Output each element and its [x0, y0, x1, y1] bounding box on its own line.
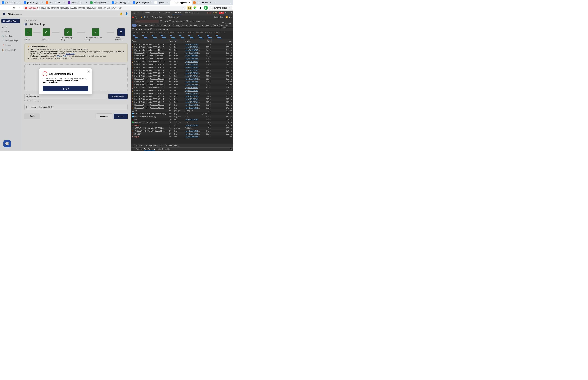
network-row[interactable]: {}b1cad7d0c057b465e8da8888cf00ebd2 200 f… — [131, 98, 233, 101]
network-row[interactable]: aab 204 preflight Preflight ⬈ 0 B 196 ms — [131, 109, 233, 112]
type-filter[interactable]: JS — [162, 24, 167, 27]
issue-badge[interactable]: ▪ 40 — [219, 12, 224, 14]
throttling-select[interactable]: No throttling — [213, 16, 223, 18]
network-row[interactable]: {}b1cad7d0c057b465e8da8888cf00ebd2 200 f… — [131, 75, 233, 77]
network-row[interactable]: ff3b29a1d67f1a2e03dcb93fb316927d.png 200… — [131, 112, 233, 115]
network-row[interactable]: {}b1cad7d0c057b465e8da8888cf00ebd2 200 f… — [131, 107, 233, 109]
browser-tab[interactable]: Ep0cH✕ — [153, 0, 170, 5]
network-row[interactable]: upload-success.3cee072a.svg 200 svg+xml … — [131, 121, 233, 124]
col-time[interactable]: Time — [212, 39, 233, 43]
drawer-console[interactable]: Console — [136, 148, 142, 150]
gear-icon[interactable]: ⚙ — [225, 12, 227, 14]
tab-close-icon[interactable]: ✕ — [209, 1, 211, 3]
drawer-close-icon[interactable]: ✕ — [231, 148, 232, 150]
inspect-icon[interactable]: ⬚ — [132, 12, 136, 14]
bookmark-icon[interactable]: ☆ — [183, 7, 184, 9]
network-row[interactable]: {}b1cad7d0c057b465e8da8888cf00ebd2 200 f… — [131, 72, 233, 75]
invert-checkbox[interactable] — [160, 20, 162, 22]
warn-badge[interactable]: ⚠ 375 — [213, 12, 218, 14]
clear-button[interactable] — [135, 16, 137, 19]
back-icon[interactable]: ← — [1, 6, 5, 10]
browser-tab[interactable]: developer.indu✕ — [89, 0, 110, 5]
tab-close-icon[interactable]: ✕ — [41, 1, 43, 3]
record-button[interactable] — [132, 17, 134, 18]
network-row[interactable]: {}b1cad7d0c057b465e8da8888cf00ebd2 200 f… — [131, 57, 233, 60]
tab-close-icon[interactable]: ✕ — [150, 1, 152, 3]
tab-close-icon[interactable]: ✕ — [85, 1, 87, 3]
blocked-req-checkbox[interactable] — [132, 28, 134, 30]
search-icon[interactable]: 🔍 — [144, 16, 146, 18]
tab-close-icon[interactable]: ✕ — [63, 1, 65, 3]
network-row[interactable]: {}1047154 200 fetch _app-678d782f00b29 8… — [131, 133, 233, 135]
network-row[interactable]: {}b1cad7d0c057b465e8da8888cf00ebd2 200 f… — [131, 69, 233, 72]
network-row[interactable]: 46750e04-d54f-496d-a33b-80a283dc4... 204… — [131, 127, 233, 130]
tab-close-icon[interactable]: ✕ — [107, 1, 109, 3]
drawer-menu-icon[interactable]: ⋮ — [132, 148, 134, 150]
extension-icon[interactable]: ▤ — [188, 6, 191, 10]
devtools-close-icon[interactable]: ✕ — [231, 12, 232, 14]
network-row[interactable]: {}b1cad7d0c057b465e8da8888cf00ebd2 200 f… — [131, 55, 233, 57]
type-filter[interactable]: Manifest — [189, 24, 198, 27]
type-filter[interactable]: Wasm — [205, 24, 212, 27]
network-row[interactable]: {}46750e04-d54f-496d-a33b-80a283dc4... 2… — [131, 130, 233, 133]
error-badge[interactable]: ⊘ 116 — [207, 12, 211, 14]
devtools-tab[interactable]: Elements — [140, 11, 152, 15]
drawer-whats-new[interactable]: What's new ✕ — [144, 148, 155, 150]
modal-close-button[interactable]: ✕ — [87, 70, 90, 73]
try-again-button[interactable]: Try again — [42, 86, 89, 91]
network-row[interactable]: ⊘ingest CO... xhr _app-678d782f00b29 0 B… — [131, 124, 233, 127]
disable-cache-checkbox[interactable] — [165, 16, 167, 18]
reload-icon[interactable]: ⟳ — [12, 6, 16, 10]
network-row[interactable]: {}b1cad7d0c057b465e8da8888cf00ebd2 200 f… — [131, 66, 233, 69]
browser-tab[interactable]: [APD-2979] Do✕ — [1, 0, 22, 5]
third-party-checkbox[interactable] — [151, 28, 152, 30]
network-row[interactable]: {}b1cad7d0c057b465e8da8888cf00ebd2 200 f… — [131, 92, 233, 95]
browser-tab[interactable]: java - A failure✕ — [192, 0, 213, 5]
type-filter[interactable]: Img — [174, 24, 180, 27]
wifi-icon[interactable]: 📶 — [226, 16, 228, 18]
network-row[interactable]: {}b1cad7d0c057b465e8da8888cf00ebd2 200 f… — [131, 52, 233, 55]
browser-tab[interactable]: [APD-2971] [Ba✕ — [22, 0, 45, 5]
tab-close-icon[interactable]: ✕ — [189, 1, 190, 3]
network-row[interactable]: ⊘ingest 400 xhr _app-678d782f00b29 0 B 2… — [131, 135, 233, 138]
blocked-cookies-checkbox[interactable] — [222, 22, 224, 24]
tabs-overflow-icon[interactable]: ⌄ — [228, 1, 233, 4]
type-filter[interactable]: Doc — [149, 24, 155, 27]
network-row[interactable]: {}b1cad7d0c057b465e8da8888cf00ebd2 200 f… — [131, 49, 233, 52]
type-filter[interactable]: CSS — [155, 24, 162, 27]
devtools-tab[interactable]: Console — [152, 11, 162, 15]
preserve-log-checkbox[interactable] — [149, 16, 151, 18]
type-filter[interactable]: WS — [199, 24, 204, 27]
network-row[interactable]: {}b1cad7d0c057b465e8da8888cf00ebd2 200 f… — [131, 86, 233, 89]
hide-data-checkbox[interactable] — [169, 20, 171, 22]
browser-tab[interactable]: PhonePe | Ad M✕ — [67, 0, 89, 5]
hide-ext-checkbox[interactable] — [186, 20, 188, 22]
devtools-tab[interactable]: Performance — [182, 11, 196, 15]
filter-input[interactable] — [135, 20, 159, 23]
network-row[interactable]: {}b1cad7d0c057b465e8da8888cf00ebd2 200 f… — [131, 77, 233, 80]
col-size[interactable]: Size — [201, 39, 212, 43]
type-filter[interactable]: Media — [181, 24, 188, 27]
network-row[interactable]: {}b1cad7d0c057b465e8da8888cf00ebd2 200 f… — [131, 83, 233, 86]
browser-tab[interactable]: Indus Appstore✕ — [170, 0, 192, 5]
network-row[interactable]: {}aab 200 fetch _app-678d782f00b29 585 B… — [131, 118, 233, 121]
tab-close-icon[interactable]: ✕ — [128, 1, 130, 3]
col-initiator[interactable]: Initiator — [184, 39, 201, 43]
devtools-tab[interactable]: Sources — [162, 11, 172, 15]
network-row[interactable]: sandbox-load.1a1e6e3a.svg 200 svg+xml Ot… — [131, 115, 233, 118]
col-status[interactable]: Sta... — [168, 39, 173, 43]
browser-tab[interactable]: Pipeline · andro✕ — [45, 0, 67, 5]
network-row[interactable]: {}b1cad7d0c057b465e8da8888cf00ebd2 200 f… — [131, 80, 233, 83]
network-row[interactable]: {}b1cad7d0c057b465e8da8888cf00ebd2 200 f… — [131, 89, 233, 92]
col-type[interactable]: Type — [173, 39, 184, 43]
type-filter[interactable]: Font — [168, 24, 174, 27]
type-filter[interactable]: Other — [213, 24, 220, 27]
col-name[interactable]: Name — [131, 39, 168, 43]
relaunch-button[interactable]: Relaunch to update ⋮ — [209, 6, 232, 10]
browser-tab[interactable]: [APD-3196] [H✕ — [110, 0, 132, 5]
filter-funnel-icon[interactable]: ▼ — [132, 20, 134, 22]
type-filter[interactable]: Fetch/XHR — [137, 24, 148, 27]
timeline[interactable]: 50000 ms100000 ms150000 ms200000 ms25000… — [131, 31, 233, 39]
network-row[interactable]: {}b1cad7d0c057b465e8da8888cf00ebd2 200 f… — [131, 43, 233, 46]
profile-avatar[interactable]: D — [204, 6, 208, 10]
